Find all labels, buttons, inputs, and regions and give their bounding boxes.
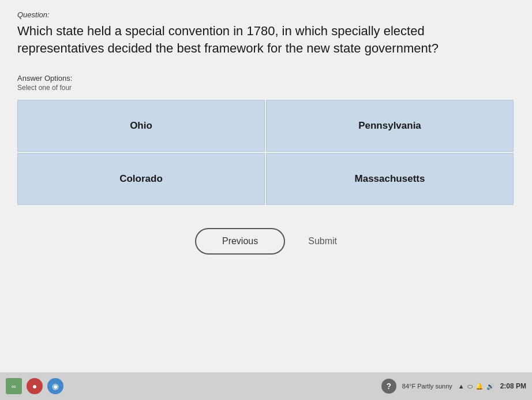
select-instruction: Select one of four [17,84,515,92]
option-pennsylvania[interactable]: Pennsylvania [266,100,514,152]
browser-icon[interactable]: ● [27,378,43,394]
question-label: Question: [17,10,515,19]
option-massachusetts-label: Massachusetts [355,173,425,185]
option-pennsylvania-label: Pennsylvania [358,120,421,132]
chrome-icon[interactable]: ◉ [47,378,63,394]
answer-options-label: Answer Options: [17,74,515,83]
option-massachusetts[interactable]: Massachusetts [266,153,514,205]
main-content: Question: Which state held a special con… [0,0,532,372]
help-button[interactable]: ? [381,379,396,394]
tray-icon-3: 🔔 [475,383,484,390]
option-colorado[interactable]: Colorado [17,153,265,205]
taskbar: ∞ ● ◉ ? 84°F Partly sunny ▲ ⬭ 🔔 🔊 2:08 P… [0,372,532,400]
navigation-area: Previous Submit [17,228,515,255]
tray-icon-2: ⬭ [467,383,473,390]
tray-icon-1: ▲ [458,383,464,390]
option-colorado-label: Colorado [119,173,163,185]
start-icon[interactable]: ∞ [6,378,22,394]
tray-icon-4: 🔊 [486,383,494,390]
submit-button[interactable]: Submit [308,236,337,246]
option-ohio[interactable]: Ohio [17,100,265,152]
weather-display: 84°F Partly sunny [402,383,452,390]
system-tray: ▲ ⬭ 🔔 🔊 [458,383,494,390]
time-display: 2:08 PM [500,382,526,390]
options-grid: Ohio Pennsylvania Colorado Massachusetts [17,100,514,205]
taskbar-right: ? 84°F Partly sunny ▲ ⬭ 🔔 🔊 2:08 PM [381,379,526,394]
question-text: Which state held a special convention in… [17,23,515,57]
taskbar-left: ∞ ● ◉ [6,378,63,394]
previous-button[interactable]: Previous [195,228,285,255]
option-ohio-label: Ohio [130,120,152,132]
